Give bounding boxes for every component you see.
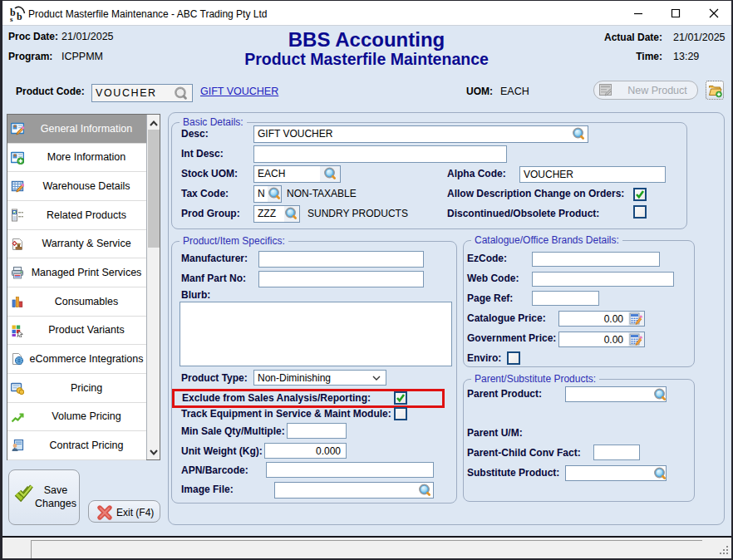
svg-text:b: b bbox=[17, 11, 22, 22]
svg-text:s: s bbox=[10, 15, 13, 22]
